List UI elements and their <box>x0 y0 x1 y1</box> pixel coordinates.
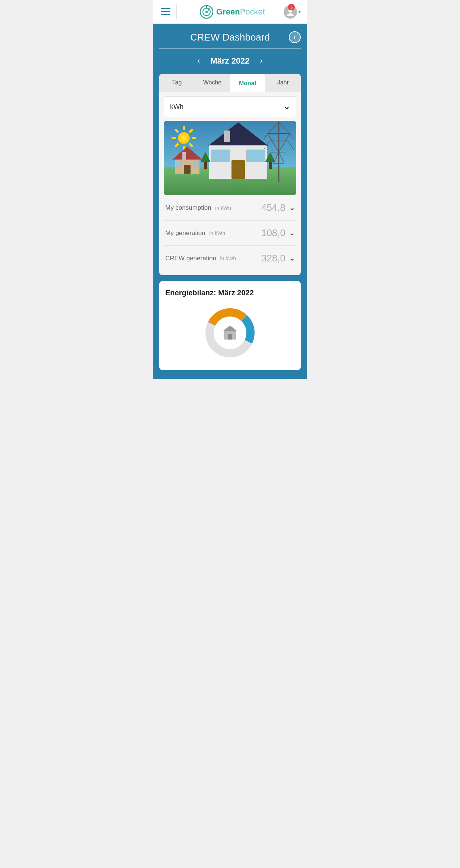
unit-selector[interactable]: kWh ⌄ <box>164 96 296 117</box>
energiebilanz-title: Energiebilanz: März 2022 <box>165 289 295 297</box>
energiebilanz-card: Energiebilanz: März 2022 <box>159 281 301 370</box>
svg-line-49 <box>279 122 290 134</box>
svg-line-47 <box>279 152 284 163</box>
svg-rect-22 <box>184 165 191 174</box>
avatar-chevron-icon: ▾ <box>298 9 301 15</box>
stat-generation-chevron-icon: ⌄ <box>289 229 295 237</box>
svg-point-6 <box>287 13 294 16</box>
svg-line-44 <box>268 134 279 152</box>
stat-generation-value: 108,0 <box>261 227 285 239</box>
greenpocket-logo-icon <box>200 5 213 19</box>
page-title-row: CREW Dashboard i <box>159 31 301 49</box>
current-date: März 2022 <box>210 56 249 66</box>
svg-rect-7 <box>183 126 185 130</box>
svg-rect-21 <box>182 152 186 160</box>
tab-monat[interactable]: Monat <box>230 74 265 92</box>
stat-generation[interactable]: My generation in kWh 108,0 ⌄ <box>164 221 296 246</box>
app-header: GreenPocket 3 ▾ <box>153 0 307 24</box>
stat-consumption[interactable]: My consumption in kWh 454,8 ⌄ <box>164 195 296 221</box>
small-house-icon <box>170 145 204 174</box>
svg-rect-11 <box>189 129 194 134</box>
stat-crew-generation[interactable]: CREW generation in kWh 328,0 ⌄ <box>164 246 296 271</box>
svg-rect-23 <box>176 162 181 166</box>
stat-crew-generation-label: CREW generation in kWh <box>165 255 236 262</box>
svg-line-3 <box>208 9 210 10</box>
page-title: CREW Dashboard <box>171 32 289 43</box>
stats-section: My consumption in kWh 454,8 ⌄ My generat… <box>159 195 301 275</box>
svg-rect-24 <box>193 162 198 166</box>
svg-rect-16 <box>172 137 176 139</box>
stat-consumption-value: 454,8 <box>261 202 285 213</box>
blue-section: CREW Dashboard i ‹ März 2022 › Tag Woche… <box>153 24 307 379</box>
donut-chart <box>165 303 295 363</box>
svg-marker-19 <box>172 147 202 160</box>
stat-crew-generation-chevron-icon: ⌄ <box>289 254 295 263</box>
svg-rect-55 <box>228 334 232 340</box>
stat-generation-label: My generation in kWh <box>165 229 225 237</box>
stat-crew-generation-value: 328,0 <box>261 253 285 264</box>
unit-label: kWh <box>170 103 183 111</box>
user-avatar-button[interactable]: 3 ▾ <box>284 5 301 19</box>
svg-line-48 <box>268 122 279 134</box>
house-illustration <box>164 121 296 195</box>
logo-area: GreenPocket <box>181 5 284 19</box>
svg-rect-12 <box>192 137 196 139</box>
stat-consumption-chevron-icon: ⌄ <box>289 204 295 212</box>
stat-crew-generation-right: 328,0 ⌄ <box>261 253 295 264</box>
tab-jahr[interactable]: Jahr <box>265 74 301 92</box>
prev-date-button[interactable]: ‹ <box>194 55 203 67</box>
main-card: Tag Woche Monat Jahr kWh ⌄ <box>159 74 301 275</box>
tab-woche[interactable]: Woche <box>195 74 230 92</box>
svg-line-45 <box>279 134 290 152</box>
date-nav: ‹ März 2022 › <box>159 55 301 67</box>
svg-rect-35 <box>204 162 207 169</box>
svg-rect-17 <box>175 129 179 134</box>
next-date-button[interactable]: › <box>257 55 266 67</box>
svg-point-4 <box>205 11 208 13</box>
power-tower-icon <box>264 122 294 182</box>
svg-point-18 <box>178 132 190 144</box>
donut-center-house-icon <box>222 324 238 342</box>
svg-rect-26 <box>224 131 230 142</box>
menu-button[interactable] <box>159 7 172 17</box>
notification-badge: 3 <box>288 4 295 10</box>
svg-rect-28 <box>231 160 245 179</box>
svg-marker-53 <box>223 325 237 331</box>
stat-consumption-right: 454,8 ⌄ <box>261 202 295 213</box>
unit-chevron-icon: ⌄ <box>283 102 290 112</box>
tab-tag[interactable]: Tag <box>159 74 195 92</box>
svg-marker-25 <box>208 122 269 146</box>
svg-line-46 <box>273 152 279 163</box>
logo-text: GreenPocket <box>216 7 265 17</box>
stat-consumption-label: My consumption in kWh <box>165 204 231 212</box>
stat-generation-right: 108,0 ⌄ <box>261 227 295 239</box>
header-divider <box>176 4 177 19</box>
info-button[interactable]: i <box>289 31 301 43</box>
tabs-row: Tag Woche Monat Jahr <box>159 74 301 92</box>
